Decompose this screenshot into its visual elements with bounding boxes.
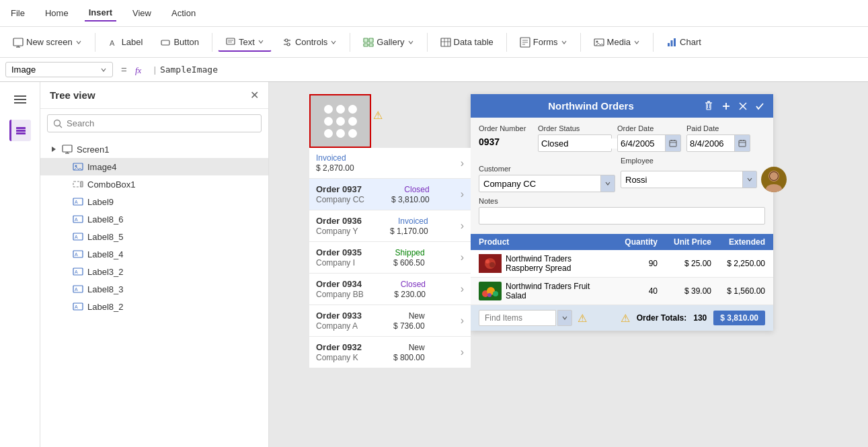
menu-insert[interactable]: Insert — [85, 5, 116, 22]
svg-rect-30 — [16, 127, 26, 129]
employee-dropdown-btn[interactable] — [742, 171, 756, 188]
gallery-top-item[interactable]: Invoiced $ 2,870.00 — [309, 148, 471, 179]
notes-field-container: Notes — [479, 197, 765, 225]
svg-rect-40 — [73, 181, 81, 187]
new-screen-button[interactable]: New screen — [5, 33, 89, 52]
gallery-chevron-icon — [407, 39, 414, 46]
formula-dropdown-chevron — [100, 67, 107, 73]
media-icon — [594, 37, 604, 48]
selected-image-control[interactable] — [309, 94, 371, 148]
label-button[interactable]: A Label — [101, 33, 151, 52]
chart-button[interactable]: Chart — [659, 33, 709, 52]
formula-eq-symbol: = — [117, 64, 131, 75]
paid-date-calendar-btn[interactable] — [734, 135, 750, 151]
svg-point-79 — [485, 259, 489, 263]
label-tree-icon-7: A — [73, 301, 83, 312]
gallery-item-5[interactable]: Order 0932 Company K New $ 800.00 — [309, 337, 471, 368]
image-icon — [73, 161, 83, 172]
gallery-item-4-chevron — [461, 315, 464, 327]
trash-icon[interactable] — [703, 101, 714, 112]
detail-panel: Northwind Orders — [471, 94, 773, 331]
paid-date-label: Paid Date — [686, 124, 750, 132]
product-name-0: Northwind Traders Raspberry Spread — [506, 254, 610, 273]
gallery-top-status: Invoiced — [316, 153, 354, 163]
toolbar-separator-7 — [653, 33, 654, 52]
tree-title: Tree view — [50, 89, 95, 101]
tree-search-input[interactable] — [67, 118, 255, 128]
notes-input[interactable] — [479, 207, 765, 225]
tree-header: Tree view ✕ — [40, 82, 268, 109]
tree-item-label8-6-label: Label8_6 — [87, 214, 124, 225]
order-date-input[interactable] — [618, 138, 665, 149]
find-dropdown-btn[interactable] — [557, 310, 572, 326]
tree-item-label3-2[interactable]: A Label3_2 — [40, 263, 268, 280]
tree-item-label8-5[interactable]: A Label8_5 — [40, 228, 268, 245]
add-icon[interactable] — [721, 101, 732, 112]
text-button[interactable]: Text — [218, 32, 272, 52]
button-button[interactable]: Button — [153, 33, 206, 52]
gallery-item-3-amount: $ 230.00 — [394, 290, 426, 299]
formula-input[interactable] — [160, 65, 863, 75]
tree-search-box[interactable] — [47, 114, 262, 132]
tree-item-combobox1[interactable]: ComboBox1 — [40, 175, 268, 193]
tree-item-label8-3[interactable]: A Label8_3 — [40, 280, 268, 298]
gallery-item-4-status: New — [409, 311, 425, 321]
gallery-item-0[interactable]: Order 0937 Company CC Closed $ 3,810.00 — [309, 179, 471, 210]
tree-item-label9[interactable]: A Label9 — [40, 193, 268, 210]
gallery-item-1[interactable]: Order 0936 Company Y Invoiced $ 1,170.00 — [309, 210, 471, 242]
menu-home[interactable]: Home — [41, 5, 73, 21]
col-product: Product — [479, 237, 610, 247]
svg-point-74 — [766, 184, 782, 192]
tree-item-screen1[interactable]: Screen1 — [40, 140, 268, 158]
layers-button[interactable] — [9, 120, 31, 141]
svg-point-85 — [487, 293, 491, 297]
tree-close-button[interactable]: ✕ — [250, 89, 259, 101]
tree-item-label8-4[interactable]: A Label8_4 — [40, 245, 268, 263]
controls-button[interactable]: Controls — [274, 33, 344, 52]
formula-fx-area: fx — [135, 64, 150, 76]
forms-button[interactable]: Forms — [512, 33, 575, 52]
form-row-2: Customer Employee — [479, 157, 765, 192]
data-table-button[interactable]: Data table — [433, 33, 501, 52]
find-chevron — [561, 315, 568, 321]
media-button[interactable]: Media — [586, 33, 647, 52]
gallery-item-2[interactable]: Order 0935 Company I Shipped $ 606.50 — [309, 242, 471, 274]
close-icon[interactable] — [738, 101, 748, 111]
svg-point-80 — [489, 262, 495, 268]
find-items-input[interactable] — [479, 310, 556, 326]
tree-item-image4[interactable]: Image4 — [40, 158, 268, 175]
formula-name-dropdown[interactable]: Image — [5, 62, 113, 77]
menu-file[interactable]: File — [7, 5, 29, 21]
label-tree-icon-4: A — [73, 249, 83, 259]
order-date-calendar-btn[interactable] — [665, 135, 680, 151]
formula-pipe: | — [154, 65, 156, 75]
checkmark-icon[interactable] — [754, 101, 765, 112]
tree-item-label8-2[interactable]: A Label8_2 — [40, 298, 268, 315]
svg-rect-32 — [16, 132, 26, 134]
customer-dropdown-btn[interactable] — [600, 175, 615, 192]
product-thumbnail-0 — [479, 254, 502, 273]
customer-chevron — [604, 180, 611, 187]
button-icon — [160, 37, 171, 48]
gallery-list: Invoiced $ 2,870.00 Order 0937 Company C… — [309, 148, 471, 368]
gallery-item-4[interactable]: Order 0933 Company A New $ 736.00 — [309, 305, 471, 337]
svg-text:A: A — [75, 235, 78, 239]
svg-rect-28 — [674, 38, 676, 46]
gallery-item-3[interactable]: Order 0934 Company BB Closed $ 230.00 — [309, 274, 471, 305]
formula-fx-icon: fx — [135, 64, 150, 76]
tree-item-image4-label: Image4 — [87, 162, 116, 172]
gallery-button[interactable]: Gallery — [356, 33, 421, 52]
notes-label: Notes — [479, 197, 765, 205]
menu-action[interactable]: Action — [167, 5, 200, 21]
svg-point-84 — [493, 291, 498, 296]
paid-date-input[interactable] — [687, 138, 734, 149]
employee-input[interactable] — [621, 175, 742, 185]
tree-item-screen1-label: Screen1 — [77, 145, 109, 155]
customer-input[interactable] — [479, 179, 600, 189]
hamburger-menu-button[interactable] — [9, 89, 31, 110]
detail-footer: ⚠ ⚠ Order Totals: 130 $ 3,810.00 — [471, 305, 773, 331]
gallery-top-amount: $ 2,870.00 — [316, 163, 354, 173]
menu-view[interactable]: View — [128, 5, 155, 21]
tree-item-label8-6[interactable]: A Label8_6 — [40, 210, 268, 228]
svg-text:A: A — [110, 39, 115, 47]
